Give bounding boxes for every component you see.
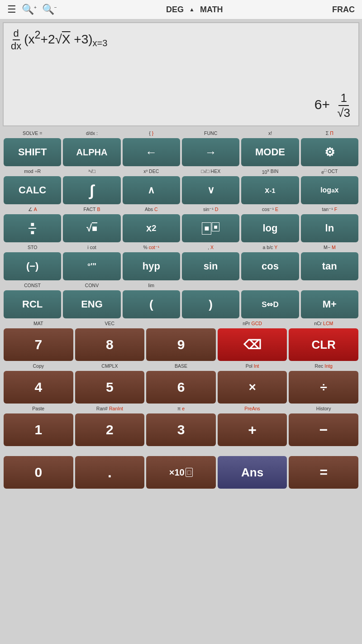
six-button[interactable]: 6 [146, 371, 216, 404]
frac-label[interactable]: FRAC [332, 5, 355, 14]
label-row-3: ∠A FACTB AbsC sin⁻¹D cos⁻¹E tan⁻¹F [2, 205, 360, 213]
calculator-display: d dx (x2+2√X +3)x=3 6+ 1 √3 [3, 22, 359, 126]
negate-button[interactable]: (−) [4, 252, 61, 280]
buttons-row-7: 4 5 6 × ÷ [2, 370, 360, 404]
buttons-row-8: 1 2 3 + − [2, 413, 360, 447]
xinv-button[interactable]: x-1 [241, 176, 299, 204]
buttons-row-6: 7 8 9 ⌫ CLR [2, 327, 360, 362]
menu-icon[interactable]: ☰ [7, 4, 16, 15]
log-button[interactable]: log [241, 214, 299, 242]
display-result: 6+ 1 √3 [314, 91, 352, 120]
open-paren-button[interactable]: ( [123, 290, 180, 318]
degrees-button[interactable]: °'" [63, 252, 120, 280]
buttons-row-1: SHIFT ALPHA ← → MODE ⚙ [2, 137, 360, 167]
exponent-button[interactable]: ×10□ [146, 456, 216, 489]
tan-button[interactable]: tan [301, 252, 358, 280]
up-button[interactable]: ∧ [123, 176, 180, 204]
buttons-row-2: CALC ∫ ∧ ∨ x-1 logax [2, 175, 360, 205]
divide-button[interactable]: ÷ [289, 371, 358, 404]
five-button[interactable]: 5 [75, 371, 145, 404]
math-label[interactable]: MATH [200, 5, 223, 14]
sqrt-button[interactable]: √■ [63, 214, 120, 242]
label-row-1: SOLVE= d/dx: {} FUNC x! ΣΠ [2, 129, 360, 137]
zoom-in-icon[interactable]: 🔍+ [22, 4, 37, 15]
display-expression: d dx (x2+2√X +3)x=3 [10, 28, 352, 53]
hyp-button[interactable]: hyp [123, 252, 180, 280]
left-arrow-button[interactable]: ← [123, 138, 180, 166]
minus-button[interactable]: − [289, 413, 358, 446]
label-row-6: MAT VEC nPrGCD nCrLCM [2, 319, 360, 327]
label-row-8: Paste Ran#RanInt πe PreAns History [2, 404, 360, 413]
label-row-7: Copy CMPLX BASE PolInt RecIntg [2, 362, 360, 370]
alpha-button[interactable]: ALPHA [63, 138, 120, 166]
integral-button[interactable]: ∫ [63, 176, 120, 204]
buttons-row-4: (−) °'" hyp sin cos tan [2, 251, 360, 281]
four-button[interactable]: 4 [4, 371, 73, 404]
clear-button[interactable]: CLR [289, 328, 358, 361]
ans-button[interactable]: Ans [218, 456, 287, 489]
ln-button[interactable]: ln [301, 214, 358, 242]
zero-button[interactable]: 0 [4, 456, 73, 489]
equals-button[interactable]: = [289, 456, 358, 489]
delete-button[interactable]: ⌫ [218, 328, 287, 361]
label-row-5: CONST CONV lim [2, 281, 360, 289]
close-paren-button[interactable]: ) [182, 290, 239, 318]
rcl-button[interactable]: RCL [4, 290, 61, 318]
triangle-icon: ▲ [189, 6, 195, 13]
calculator-body: SOLVE= d/dx: {} FUNC x! ΣΠ SHIFT ALPHA ←… [0, 129, 362, 491]
mplus-button[interactable]: M+ [301, 290, 358, 318]
power-button[interactable]: ■ ■ [182, 214, 239, 242]
label-gear: ΣΠ [300, 129, 359, 137]
sin-button[interactable]: sin [182, 252, 239, 280]
right-arrow-button[interactable]: → [182, 138, 239, 166]
label-row-2: mod÷R ³√□ x³DEC □√□HEX 10xBIN e□OCT [2, 167, 360, 175]
label-row-9 [2, 447, 360, 455]
fraction-button[interactable]: ■ ■ [4, 214, 61, 242]
label-shift: SOLVE= [3, 129, 62, 137]
nine-button[interactable]: 9 [146, 328, 216, 361]
eng-button[interactable]: ENG [63, 290, 120, 318]
logax-button[interactable]: logax [301, 176, 358, 204]
label-left: {} [122, 129, 181, 137]
top-bar: ☰ 🔍+ 🔍− DEG ▲ MATH FRAC [0, 0, 362, 19]
zoom-out-icon[interactable]: 🔍− [42, 4, 57, 15]
label-row-4: STO icot %cot⁻¹ ,X a b/cY M−M [2, 243, 360, 251]
three-button[interactable]: 3 [146, 413, 216, 446]
eight-button[interactable]: 8 [75, 328, 145, 361]
buttons-row-9: 0 . ×10□ Ans = [2, 455, 360, 490]
settings-button[interactable]: ⚙ [301, 138, 358, 166]
cos-button[interactable]: cos [241, 252, 299, 280]
one-button[interactable]: 1 [4, 413, 73, 446]
buttons-row-5: RCL ENG ( ) S⇔D M+ [2, 289, 360, 319]
calc-button[interactable]: CALC [4, 176, 61, 204]
multiply-button[interactable]: × [218, 371, 287, 404]
label-mode: x! [240, 129, 300, 137]
mode-button[interactable]: MODE [241, 138, 299, 166]
buttons-row-3: ■ ■ √■ x2 ■ ■ log ln [2, 213, 360, 243]
label-alpha: d/dx: [62, 129, 121, 137]
sd-button[interactable]: S⇔D [241, 290, 299, 318]
shift-button[interactable]: SHIFT [4, 138, 61, 166]
deg-label[interactable]: DEG [166, 5, 184, 14]
plus-button[interactable]: + [218, 413, 287, 446]
label-right: FUNC [181, 129, 240, 137]
xsquared-button[interactable]: x2 [123, 214, 180, 242]
seven-button[interactable]: 7 [4, 328, 73, 361]
two-button[interactable]: 2 [75, 413, 145, 446]
down-button[interactable]: ∨ [182, 176, 239, 204]
decimal-button[interactable]: . [75, 456, 145, 489]
